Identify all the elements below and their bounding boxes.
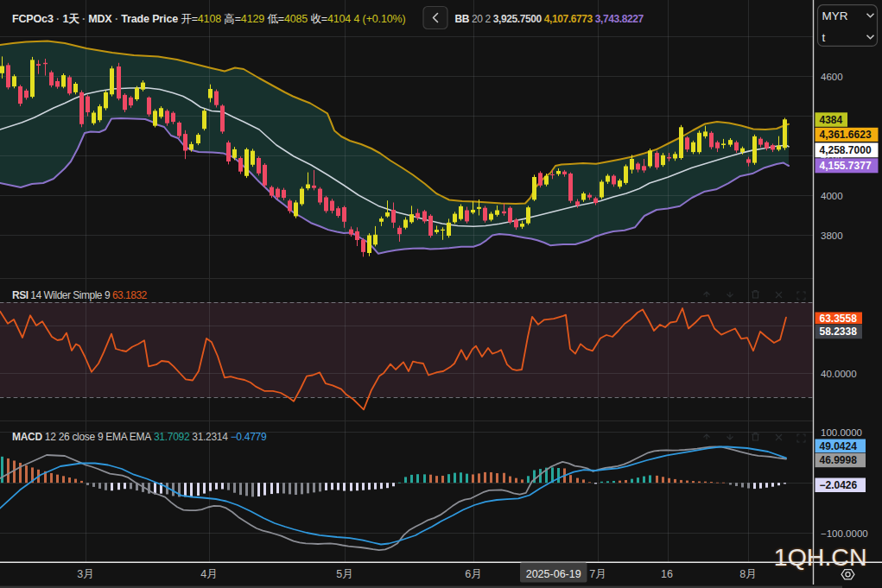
- svg-text:4,361.6623: 4,361.6623: [820, 129, 872, 141]
- svg-text:1QH.CN: 1QH.CN: [774, 543, 867, 571]
- svg-text:4000: 4000: [821, 191, 843, 201]
- svg-text:MYR: MYR: [822, 9, 848, 22]
- svg-text:16: 16: [661, 568, 673, 580]
- svg-text:3月: 3月: [77, 568, 93, 580]
- svg-text:4月: 4月: [200, 568, 217, 580]
- svg-text:3800: 3800: [821, 231, 843, 241]
- svg-text:4,258.7000: 4,258.7000: [820, 144, 872, 156]
- svg-text:FCPOc3 · 1天 · MDX · Trade Pric: FCPOc3 · 1天 · MDX · Trade Price 开=4108 高…: [12, 13, 406, 25]
- svg-text:−100.0000: −100.0000: [821, 528, 868, 539]
- svg-text:100.0000: 100.0000: [821, 427, 862, 438]
- svg-text:5月: 5月: [336, 568, 352, 580]
- svg-text:−2.0426: −2.0426: [820, 479, 858, 491]
- svg-text:46.9998: 46.9998: [820, 454, 858, 466]
- svg-text:49.0424: 49.0424: [820, 440, 858, 452]
- svg-text:RSI 14 Wilder Simple 9 63.183: RSI 14 Wilder Simple 9 63.1832: [12, 289, 148, 301]
- svg-text:MACD 12 26 close 9 EMA EMA 31: MACD 12 26 close 9 EMA EMA 31.7092 31.23…: [12, 431, 267, 443]
- svg-text:58.2338: 58.2338: [820, 326, 858, 338]
- svg-text:4384: 4384: [820, 114, 843, 126]
- svg-text:40.0000: 40.0000: [821, 369, 857, 379]
- svg-text:4600: 4600: [821, 72, 843, 82]
- svg-text:7月: 7月: [589, 568, 606, 580]
- svg-text:8月: 8月: [739, 568, 756, 580]
- svg-text:2025-06-19: 2025-06-19: [526, 568, 581, 580]
- svg-text:63.3558: 63.3558: [820, 313, 858, 325]
- svg-text:6月: 6月: [465, 568, 481, 580]
- svg-text:4,155.7377: 4,155.7377: [820, 160, 872, 172]
- svg-text:t: t: [822, 31, 826, 44]
- svg-text:BB 20 2 3,925.7500 4,107.677: BB 20 2 3,925.7500 4,107.6773 3,743.8227: [455, 13, 644, 25]
